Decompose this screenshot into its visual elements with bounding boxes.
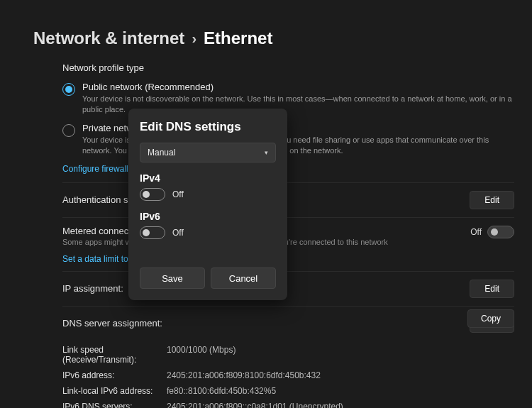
metered-toggle[interactable] bbox=[487, 226, 514, 238]
detail-row: Link-local IPv6 address:fe80::8100:6dfd:… bbox=[62, 383, 514, 399]
radio-public-title: Public network (Recommended) bbox=[82, 82, 514, 92]
network-details: Link speed (Receive/Transmit):1000/1000 … bbox=[62, 342, 514, 408]
dialog-title: Edit DNS settings bbox=[140, 120, 276, 134]
ipv6-toggle-label: Off bbox=[172, 228, 184, 238]
dropdown-value: Manual bbox=[148, 148, 175, 158]
row-ip-label: IP assignment: bbox=[62, 283, 123, 294]
detail-value: 2405:201:a006:f809:8100:6dfd:450b:432 bbox=[167, 370, 321, 380]
copy-button[interactable]: Copy bbox=[467, 309, 514, 328]
metered-toggle-label: Off bbox=[470, 227, 482, 237]
ipv6-toggle[interactable] bbox=[140, 226, 165, 239]
row-dns-assignment: DNS server assignment: Edit bbox=[62, 306, 514, 341]
ipv4-label: IPv4 bbox=[140, 172, 276, 184]
breadcrumb: Network & internet › Ethernet bbox=[33, 28, 272, 48]
edit-auth-button[interactable]: Edit bbox=[470, 191, 514, 209]
chevron-down-icon: ▾ bbox=[265, 149, 268, 156]
edit-ip-button[interactable]: Edit bbox=[470, 280, 514, 298]
detail-row: Link speed (Receive/Transmit):1000/1000 … bbox=[62, 342, 514, 368]
detail-key: IPv6 address: bbox=[62, 370, 167, 380]
detail-value: 2405:201:a006:f809::c0a8:1d01 (Unencrypt… bbox=[167, 402, 343, 408]
ipv4-toggle-label: Off bbox=[172, 189, 184, 199]
ipv4-toggle[interactable] bbox=[140, 188, 165, 201]
radio-icon[interactable] bbox=[62, 83, 75, 96]
profile-section-label: Network profile type bbox=[62, 62, 514, 73]
breadcrumb-parent[interactable]: Network & internet bbox=[33, 28, 184, 48]
row-dns-label: DNS server assignment: bbox=[62, 318, 162, 329]
detail-row: IPv6 address:2405:201:a006:f809:8100:6df… bbox=[62, 368, 514, 383]
detail-row: IPv6 DNS servers:2405:201:a006:f809::c0a… bbox=[62, 399, 514, 408]
cancel-button[interactable]: Cancel bbox=[211, 268, 276, 289]
ipv6-label: IPv6 bbox=[140, 211, 276, 222]
detail-key: IPv6 DNS servers: bbox=[62, 402, 167, 408]
detail-value: fe80::8100:6dfd:450b:432%5 bbox=[167, 386, 276, 396]
breadcrumb-separator-icon: › bbox=[192, 31, 196, 47]
dns-mode-dropdown[interactable]: Manual ▾ bbox=[140, 143, 276, 162]
detail-key: Link speed (Receive/Transmit): bbox=[62, 345, 167, 365]
save-button[interactable]: Save bbox=[140, 268, 205, 289]
edit-dns-dialog: Edit DNS settings Manual ▾ IPv4 Off IPv6… bbox=[128, 109, 287, 300]
detail-key: Link-local IPv6 address: bbox=[62, 386, 167, 396]
detail-value: 1000/1000 (Mbps) bbox=[167, 345, 235, 365]
breadcrumb-current: Ethernet bbox=[204, 28, 272, 48]
radio-icon[interactable] bbox=[62, 124, 75, 137]
